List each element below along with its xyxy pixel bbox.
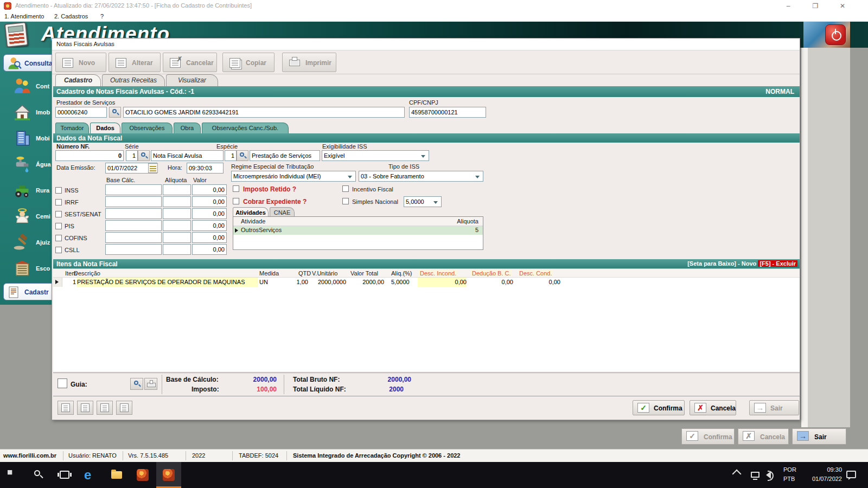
power-exit-icon[interactable] (825, 24, 846, 45)
cofins-base-field[interactable] (105, 232, 162, 243)
tab-tomador[interactable]: Tomador (55, 123, 89, 133)
tray-chevron-icon[interactable] (732, 470, 742, 479)
numero-nf-field[interactable]: 0 (55, 150, 124, 161)
sidebar-item-escola[interactable]: Esco (12, 258, 52, 280)
nav-last-button[interactable] (116, 401, 132, 415)
clock-time[interactable]: 09:30 (812, 466, 842, 473)
atendimento-app-button[interactable] (156, 462, 181, 488)
simples-aliquota-select[interactable]: 5,0000 (404, 196, 442, 207)
sest-valor-field[interactable]: 0,00 (192, 208, 227, 219)
sidebar-item-agua[interactable]: Água (12, 154, 52, 176)
regime-select[interactable]: Microempresário Individual (MEI) (231, 171, 356, 182)
pis-base-field[interactable] (105, 220, 162, 231)
start-button[interactable] (0, 462, 25, 488)
cancela-button[interactable]: ✗ Cancela (690, 400, 736, 415)
language-top[interactable]: POR (783, 466, 796, 473)
cofins-checkbox[interactable] (55, 235, 62, 241)
especie-search-button[interactable] (237, 150, 248, 161)
nav-prior-button[interactable] (77, 401, 93, 415)
tab-outras-receitas[interactable]: Outras Receitas (102, 74, 165, 86)
tab-observacoes[interactable]: Observações (122, 123, 173, 133)
csll-base-field[interactable] (105, 244, 162, 255)
sest-checkbox[interactable] (55, 211, 62, 217)
irrf-checkbox[interactable] (55, 199, 62, 206)
tab-obra[interactable]: Obra (174, 123, 201, 133)
alterar-button[interactable]: Alterar (108, 53, 161, 72)
cpf-field[interactable]: 45958700000121 (409, 107, 486, 118)
serie-num-field[interactable]: 1 (126, 150, 138, 161)
guia-checkbox[interactable] (58, 378, 67, 388)
sidebar-item-rural[interactable]: Rura (12, 180, 52, 202)
guia-view-button[interactable] (130, 378, 143, 390)
tipo-iss-select[interactable]: 03 - Sobre Faturamento (359, 171, 483, 182)
language-bottom[interactable]: PTB (783, 476, 795, 482)
close-button[interactable]: ✕ (833, 0, 852, 12)
edge-button[interactable]: e (78, 462, 103, 488)
novo-button[interactable]: Novo (55, 53, 106, 72)
sest-aliq-field[interactable] (163, 208, 191, 219)
menu-help[interactable]: ? (100, 13, 104, 20)
tab-obs-canc-sub[interactable]: Observações Canc./Sub. (202, 123, 289, 133)
copiar-button[interactable]: Copiar (222, 53, 275, 72)
serie-search-button[interactable] (138, 150, 150, 161)
inss-base-field[interactable] (105, 184, 162, 195)
menu-atendimento[interactable]: 1. Atendimento (4, 13, 44, 20)
sair-button[interactable]: → Sair (749, 400, 799, 415)
prestador-code-field[interactable]: 000006240 (55, 107, 107, 118)
prestador-search-button[interactable] (109, 107, 121, 118)
cobrar-expediente-checkbox[interactable] (233, 198, 239, 204)
inss-aliq-field[interactable] (163, 184, 191, 195)
cofins-aliq-field[interactable] (163, 232, 191, 243)
inss-valor-field[interactable]: 0,00 (192, 184, 227, 195)
incentivo-fiscal-checkbox[interactable] (342, 185, 349, 192)
csll-checkbox[interactable] (55, 247, 62, 253)
irrf-aliq-field[interactable] (163, 196, 191, 207)
especie-nome-field[interactable]: Prestação de Serviços (250, 150, 320, 161)
item-row[interactable]: 1 PRESTAÇÃO DE SERVIÇOS DE OPERADOR DE M… (53, 278, 800, 287)
file-explorer-button[interactable] (104, 462, 129, 488)
sidebar-tab-consulta[interactable]: Consulta (3, 54, 52, 72)
sidebar-tab-cadastro[interactable]: Cadastr (3, 283, 52, 300)
network-icon[interactable] (751, 472, 760, 478)
inss-checkbox[interactable] (55, 187, 62, 194)
serie-nome-field[interactable]: Nota Fiscal Avulsa (151, 150, 224, 161)
restore-button[interactable]: ❐ (806, 0, 825, 12)
atividade-row[interactable]: OutrosServiços 5 (233, 226, 483, 235)
exigibilidade-select[interactable]: Exigível (322, 150, 429, 161)
sidebar-item-imobiliario[interactable]: Imob (12, 102, 52, 124)
outer-confirma-button[interactable]: ✓ Confirma (681, 428, 735, 445)
irrf-base-field[interactable] (105, 196, 162, 207)
notification-center-icon[interactable] (846, 471, 856, 478)
sidebar-item-ajuizamento[interactable]: Ajuiz (12, 232, 52, 254)
minimize-button[interactable]: – (779, 0, 797, 12)
tab-dados[interactable]: Dados (90, 123, 120, 133)
csll-aliq-field[interactable] (163, 244, 191, 255)
pis-valor-field[interactable]: 0,00 (192, 220, 227, 231)
sidebar-item-contribuinte[interactable]: Cont (12, 76, 52, 98)
task-view-button[interactable] (52, 462, 77, 488)
sidebar-item-mobiliario[interactable]: Mobi (12, 128, 52, 150)
guia-print-button[interactable] (144, 378, 157, 390)
pis-aliq-field[interactable] (163, 220, 191, 231)
sest-base-field[interactable] (105, 208, 162, 219)
irrf-valor-field[interactable]: 0,00 (192, 196, 227, 207)
sidebar-item-cemiterio[interactable]: Cemi (12, 206, 52, 228)
simples-nacional-checkbox[interactable] (342, 198, 349, 204)
volume-icon[interactable] (766, 471, 771, 479)
cofins-valor-field[interactable]: 0,00 (192, 232, 227, 243)
tab-cadastro[interactable]: Cadastro (55, 74, 101, 86)
imprimir-button[interactable]: Imprimir (282, 53, 336, 72)
outer-sair-button[interactable]: → Sair (792, 428, 846, 445)
prestador-name-field[interactable]: OTACILIO GOMES JARDIM 62933442191 (123, 107, 405, 118)
pis-checkbox[interactable] (55, 223, 62, 229)
confirma-button[interactable]: ✓ Confirma (633, 400, 685, 415)
calendar-icon[interactable] (148, 163, 158, 173)
clock-date[interactable]: 01/07/2022 (804, 476, 842, 482)
hora-field[interactable]: 09:30:03 (187, 163, 224, 174)
outer-cancela-button[interactable]: ✗ Cancela (738, 428, 789, 445)
taskbar-search-button[interactable] (26, 462, 51, 488)
menu-cadastros[interactable]: 2. Cadastros (54, 13, 88, 20)
tab-visualizar[interactable]: Visualizar (166, 74, 218, 86)
fiorilli-app-button[interactable] (130, 462, 155, 488)
nav-next-button[interactable] (97, 401, 113, 415)
